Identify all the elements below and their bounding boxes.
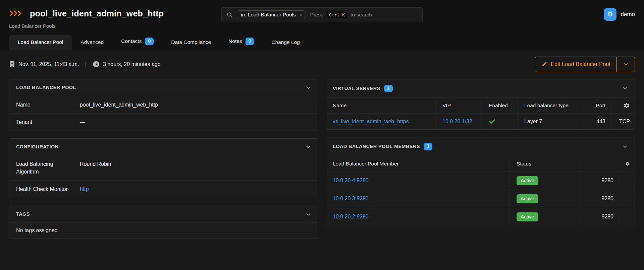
meta-row: Nov. 11, 2025, 11:43 a.m. | 3 hours, 20 … <box>9 56 635 72</box>
panel-title-text: LOAD BALANCER POOL MEMBERS <box>333 144 420 149</box>
enabled-check-icon <box>482 114 518 129</box>
collapse-chevron-icon[interactable] <box>306 144 311 150</box>
attr-value: pool_live_ident_admin_web_http <box>80 101 311 109</box>
col-member: Load Balancer Pool Member <box>326 156 510 171</box>
edit-button-dropdown[interactable] <box>616 57 635 72</box>
virtual-servers-table-header: Name VIP Enabled Load balancer type Port <box>326 97 635 113</box>
last-updated: 3 hours, 20 minutes ago <box>103 61 161 67</box>
member-link[interactable]: 10.0.20.2:9280 <box>333 214 369 220</box>
protocol-value: TCP <box>610 114 635 129</box>
tab-label: Advanced <box>80 39 104 45</box>
panel-title: LOAD BALANCER POOL MEMBERS 3 <box>333 143 432 150</box>
panel-title: LOAD BALANCER POOL <box>16 85 76 90</box>
search-hint-suffix: to search <box>351 12 372 18</box>
health-check-monitor-link[interactable]: http <box>80 186 89 192</box>
attr-value: Round Robin <box>80 160 311 176</box>
col-port: Port <box>582 98 610 113</box>
member-port-value: 9280 <box>581 209 619 224</box>
load-balancer-pool-members-panel: LOAD BALANCER POOL MEMBERS 3 Load Balanc… <box>326 137 635 226</box>
load-balancer-pool-panel: LOAD BALANCER POOL Name pool_live_ident_… <box>9 79 318 131</box>
tab-advanced[interactable]: Advanced <box>72 35 112 50</box>
collapse-chevron-icon[interactable] <box>622 85 628 91</box>
tab-load-balancer-pool[interactable]: Load Balancer Pool <box>9 35 72 50</box>
breadcrumb[interactable]: Load Balancer Pools <box>9 23 635 29</box>
virtual-server-row: vs_live_ident_admin_web_https 10.0.20.1/… <box>326 113 635 129</box>
status-badge: Active <box>517 194 538 203</box>
col-vip: VIP <box>436 98 482 113</box>
table-config-gear-icon[interactable] <box>619 156 635 172</box>
port-value: 443 <box>582 114 610 129</box>
user-menu[interactable]: D demo <box>604 8 635 21</box>
attr-row-tenant: Tenant — <box>9 113 318 131</box>
status-badge: Active <box>517 176 538 185</box>
member-port-value: 9280 <box>581 173 619 188</box>
search-hint-prefix: Press <box>310 12 323 18</box>
panel-title-text: VIRTUAL SERVERS <box>333 86 380 91</box>
attr-label: Tenant <box>16 118 80 126</box>
meta-separator: | <box>85 61 87 68</box>
netbox-logo-icon[interactable] <box>9 9 24 17</box>
attr-label: Load Balancing Algorithm <box>16 160 80 176</box>
attr-value: — <box>80 118 311 126</box>
chip-close-icon[interactable]: × <box>299 12 302 18</box>
collapse-chevron-icon[interactable] <box>622 144 628 149</box>
member-row: 10.0.20.4:9280 Active 9280 <box>326 172 635 190</box>
edit-button-label: Edit Load Balancer Pool <box>551 61 610 67</box>
bookmark-plus-icon[interactable] <box>9 61 15 68</box>
tab-label: Load Balancer Pool <box>18 39 63 45</box>
virtual-servers-count-badge: 1 <box>384 85 393 92</box>
virtual-server-link[interactable]: vs_live_ident_admin_web_https <box>333 119 409 125</box>
search-filter-chip[interactable]: in: Load Balancer Pools × <box>237 10 306 19</box>
ctrl-k-kbd: Ctrl+K <box>326 11 347 18</box>
global-search-input[interactable]: in: Load Balancer Pools × Press Ctrl+K t… <box>221 7 423 22</box>
left-column: LOAD BALANCER POOL Name pool_live_ident_… <box>9 79 318 239</box>
tab-contacts-count-badge: 0 <box>145 38 154 45</box>
member-link[interactable]: 10.0.20.3:9280 <box>333 196 369 202</box>
tab-label: Contacts <box>121 38 142 44</box>
avatar[interactable]: D <box>604 8 616 21</box>
status-badge: Active <box>517 212 538 221</box>
tab-notes[interactable]: Notes 0 <box>220 33 263 50</box>
col-status: Status <box>510 156 581 171</box>
tab-label: Data Compliance <box>171 39 211 45</box>
members-count-badge: 3 <box>424 143 432 150</box>
attr-label: Health Check Monitor <box>16 185 80 193</box>
search-icon <box>226 12 233 18</box>
panel-title: TAGS <box>16 211 30 217</box>
edit-load-balancer-pool-button[interactable]: Edit Load Balancer Pool <box>535 57 635 72</box>
attr-row-algorithm: Load Balancing Algorithm Round Robin <box>9 155 318 180</box>
panel-title: CONFIGURATION <box>16 144 59 149</box>
table-config-gear-icon[interactable] <box>610 98 635 113</box>
tab-label: Change Log <box>271 39 300 45</box>
configuration-panel: CONFIGURATION Load Balancing Algorithm R… <box>9 138 318 198</box>
tab-change-log[interactable]: Change Log <box>263 35 308 50</box>
top-bar: pool_live_ident_admin_web_http in: Load … <box>0 0 644 50</box>
attr-row-name: Name pool_live_ident_admin_web_http <box>9 96 318 113</box>
member-link[interactable]: 10.0.20.4:9280 <box>333 178 369 184</box>
collapse-chevron-icon[interactable] <box>306 211 311 217</box>
tags-empty-text: No tags assigned <box>9 222 318 238</box>
collapse-chevron-icon[interactable] <box>306 85 311 90</box>
member-row: 10.0.20.2:9280 Active 9280 <box>326 208 635 226</box>
col-load-balancer-type: Load balancer type <box>518 98 582 113</box>
tab-contacts[interactable]: Contacts 0 <box>112 33 162 50</box>
attr-label: Name <box>16 101 80 109</box>
tab-notes-count-badge: 0 <box>246 38 254 45</box>
created-date: Nov. 11, 2025, 11:43 a.m. <box>18 61 79 67</box>
load-balancer-type-value: Layer 7 <box>518 114 582 129</box>
vip-link[interactable]: 10.0.20.1/32 <box>442 119 472 125</box>
member-row: 10.0.20.3:9280 Active 9280 <box>326 190 635 208</box>
tab-data-compliance[interactable]: Data Compliance <box>162 35 220 50</box>
search-filter-chip-label: in: Load Balancer Pools <box>241 12 296 18</box>
tags-panel: TAGS No tags assigned <box>9 206 318 239</box>
search-hint: Press Ctrl+K to search <box>310 11 372 18</box>
tab-label: Notes <box>228 38 242 44</box>
col-name: Name <box>326 98 436 113</box>
username: demo <box>621 11 635 18</box>
page-title: pool_live_ident_admin_web_http <box>30 9 164 18</box>
tab-bar: Load Balancer Pool Advanced Contacts 0 D… <box>9 33 635 50</box>
clock-icon <box>93 61 100 68</box>
virtual-servers-panel: VIRTUAL SERVERS 1 Name VIP Enabled Load … <box>326 79 635 130</box>
main-content: Nov. 11, 2025, 11:43 a.m. | 3 hours, 20 … <box>0 50 644 270</box>
col-enabled: Enabled <box>482 98 518 113</box>
